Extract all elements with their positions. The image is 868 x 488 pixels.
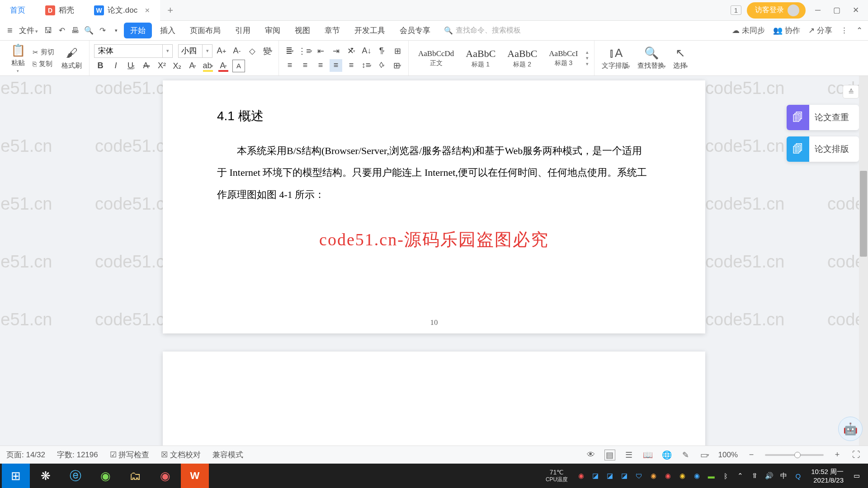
status-page[interactable]: 页面: 14/32 [6, 450, 45, 460]
collab-button[interactable]: 👥协作 [773, 25, 800, 36]
copy-button[interactable]: ⎘复制 [31, 59, 56, 69]
tray-bluetooth-icon[interactable]: ᛒ [721, 471, 731, 481]
shading-button[interactable]: ◊▾ [376, 59, 388, 72]
bullets-button[interactable]: ≣▾ [283, 45, 296, 57]
edit-mode-icon[interactable]: ✎ [680, 450, 691, 460]
status-compat[interactable]: 兼容模式 [212, 450, 243, 460]
select-button[interactable]: ↖选择▾ [670, 46, 691, 70]
menu-file[interactable]: 文件▾ [16, 23, 41, 38]
zoom-level[interactable]: 100% [718, 450, 738, 460]
tray-clock[interactable]: 10:52 周一2021/8/23 [807, 467, 847, 485]
distribute-button[interactable]: ≡ [345, 59, 358, 72]
status-spellcheck[interactable]: ☑ 拼写检查 [110, 450, 150, 460]
menu-tab-layout[interactable]: 页面布局 [184, 23, 227, 38]
tab-stops-button[interactable]: ⊞ [391, 45, 404, 57]
bold-button[interactable]: B [94, 60, 107, 72]
italic-button[interactable]: I [109, 60, 122, 72]
align-justify-button[interactable]: ≡ [330, 59, 342, 72]
task-explorer[interactable]: 🗂 [121, 464, 149, 488]
task-wps[interactable]: W [181, 464, 209, 488]
find-replace-button[interactable]: 🔍查找替换▾ [635, 46, 669, 70]
new-tab-button[interactable]: + [160, 5, 180, 16]
eye-icon[interactable]: 👁 [585, 450, 596, 460]
hamburger-icon[interactable]: ≡ [5, 23, 14, 38]
tray-wifi-icon[interactable]: ⥣ [750, 471, 760, 481]
zoom-thumb[interactable] [794, 452, 801, 458]
maximize-button[interactable]: ▢ [830, 4, 844, 17]
tab-document[interactable]: W 论文.doc ✕ [84, 0, 160, 21]
close-button[interactable]: ✕ [849, 4, 863, 17]
start-button[interactable]: ⊞ [2, 464, 30, 488]
superscript-button[interactable]: X² [156, 60, 168, 72]
format-brush-button[interactable]: 🖌格式刷 [59, 46, 85, 70]
increase-indent-button[interactable]: ⇥ [330, 45, 342, 57]
status-words[interactable]: 字数: 12196 [57, 450, 98, 460]
assistant-float-button[interactable]: 🤖 [838, 417, 863, 441]
zoom-fit-icon[interactable]: ▭▾ [699, 450, 710, 460]
text-effect-button[interactable]: A▾ [186, 60, 199, 72]
task-app-1[interactable]: ❋ [32, 464, 60, 488]
text-layout-button[interactable]: ⫿A文字排版▾ [599, 46, 633, 70]
print-icon[interactable]: 🖶 [70, 25, 81, 37]
decrease-indent-button[interactable]: ⇤ [314, 45, 327, 57]
strikethrough-button[interactable]: A▾ [140, 60, 153, 72]
minimize-button[interactable]: ─ [811, 4, 825, 17]
align-right-button[interactable]: ≡ [314, 59, 327, 72]
paper-layout-button[interactable]: 🗐 论文排版 [787, 136, 859, 162]
zoom-in-button[interactable]: + [832, 450, 843, 460]
menu-tab-review[interactable]: 审阅 [259, 23, 287, 38]
paste-button[interactable]: 📋粘贴▾ [8, 43, 28, 73]
zoom-out-button[interactable]: − [746, 450, 757, 460]
window-count-badge[interactable]: 1 [731, 5, 741, 15]
tab-docell[interactable]: D 稻壳 [35, 0, 84, 21]
phonetic-icon[interactable]: 變▾ [261, 45, 274, 57]
tray-ime[interactable]: 中 [778, 471, 788, 481]
menu-tab-dev[interactable]: 开发工具 [348, 23, 392, 38]
command-search[interactable]: 🔍 查找命令、搜索模板 [444, 26, 521, 35]
tray-icon-7[interactable]: ◉ [663, 471, 673, 481]
show-marks-button[interactable]: ¶▾ [376, 45, 388, 57]
tray-icon-5[interactable]: 🛡 [634, 471, 644, 481]
style-heading2[interactable]: AaBbC标题 2 [502, 46, 542, 70]
style-heading1[interactable]: AaBbC标题 1 [461, 46, 500, 70]
tray-up-icon[interactable]: ⌃ [735, 471, 745, 481]
align-center-button[interactable]: ≡ [299, 59, 311, 72]
borders-button[interactable]: ⊞▾ [391, 59, 404, 72]
tray-cpu-temp[interactable]: 71℃CPU温度 [546, 469, 568, 483]
increase-font-icon[interactable]: A+ [215, 45, 228, 57]
style-scroll[interactable]: ▴▾▾ [585, 47, 590, 69]
menu-tab-start[interactable]: 开始 [124, 23, 152, 38]
char-border-button[interactable]: A [232, 60, 245, 72]
view-read-icon[interactable]: 📖 [642, 450, 653, 460]
font-name-select[interactable]: 宋体▾ [94, 44, 173, 58]
view-outline-icon[interactable]: ☰ [623, 450, 634, 460]
task-ie[interactable]: ⓔ [61, 464, 90, 488]
clear-format-icon[interactable]: ◇ [246, 45, 259, 57]
menu-tab-vip[interactable]: 会员专享 [393, 23, 437, 38]
tray-icon-4[interactable]: ◪ [619, 471, 629, 481]
font-color-button[interactable]: A▾ [217, 60, 230, 72]
document-page-next[interactable] [163, 352, 705, 446]
tray-icon-10[interactable]: ▬ [706, 471, 716, 481]
tab-home[interactable]: 首页 [0, 0, 35, 21]
view-page-icon[interactable]: ▤ [604, 450, 615, 460]
more-icon[interactable]: ⋮ [840, 26, 848, 35]
tray-icon-2[interactable]: ◪ [590, 471, 600, 481]
asian-layout-button[interactable]: ✕̄▾ [345, 45, 358, 57]
save-icon[interactable]: 🖫 [42, 25, 54, 37]
style-normal[interactable]: AaBbCcDd正文 [413, 47, 459, 69]
side-toggle-button[interactable]: ≙ [843, 85, 859, 99]
line-spacing-button[interactable]: ↕≡▾ [360, 59, 373, 72]
status-doccheck[interactable]: ☒ 文档校对 [161, 450, 201, 460]
tray-icon-q[interactable]: Q [793, 471, 803, 481]
collapse-ribbon-icon[interactable]: ⌃ [856, 26, 863, 35]
print-preview-icon[interactable]: 🔍 [83, 25, 95, 37]
tray-icon-1[interactable]: ◉ [576, 471, 586, 481]
task-browser[interactable]: ◉ [91, 464, 119, 488]
tray-icon-8[interactable]: ◉ [677, 471, 687, 481]
tray-icon-6[interactable]: ◉ [648, 471, 658, 481]
tray-icon-3[interactable]: ◪ [605, 471, 615, 481]
login-button[interactable]: 访客登录 [747, 2, 806, 19]
decrease-font-icon[interactable]: A- [231, 45, 243, 57]
menu-tab-view[interactable]: 视图 [288, 23, 316, 38]
